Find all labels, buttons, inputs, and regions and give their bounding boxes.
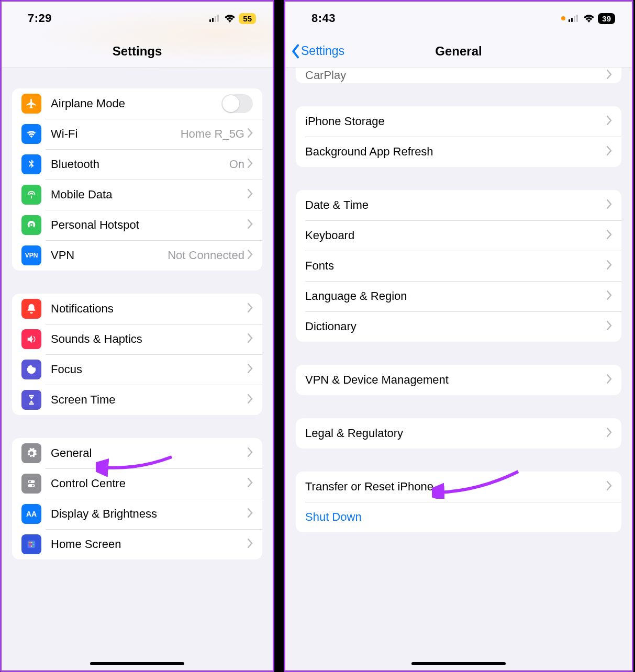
- row-language-region[interactable]: Language & Region: [296, 281, 621, 311]
- status-time: 7:29: [28, 12, 52, 25]
- back-label: Settings: [301, 44, 344, 58]
- row-date-time[interactable]: Date & Time: [296, 190, 621, 220]
- row-control-centre[interactable]: Control Centre: [12, 468, 262, 499]
- status-bar: 8:43 39: [285, 2, 632, 35]
- row-notifications[interactable]: Notifications: [12, 294, 262, 324]
- svg-point-12: [29, 544, 30, 545]
- row-mobile-data[interactable]: Mobile Data: [12, 180, 262, 210]
- row-transfer-reset[interactable]: Transfer or Reset iPhone: [296, 472, 621, 502]
- row-detail: On: [229, 158, 244, 171]
- svg-rect-19: [571, 18, 573, 22]
- gear-icon: [21, 443, 41, 463]
- status-bar: 7:29 55: [2, 2, 273, 35]
- row-personal-hotspot[interactable]: Personal Hotspot: [12, 210, 262, 240]
- svg-point-14: [32, 544, 34, 545]
- row-airplane-mode[interactable]: Airplane Mode: [12, 88, 262, 119]
- hotspot-icon: [21, 215, 41, 235]
- row-sounds[interactable]: Sounds & Haptics: [12, 324, 262, 354]
- home-indicator[interactable]: [411, 662, 506, 665]
- row-label: Notifications: [51, 302, 248, 316]
- group-reset: Transfer or Reset iPhone Shut Down: [296, 472, 621, 532]
- row-bluetooth[interactable]: Bluetooth On: [12, 149, 262, 180]
- svg-point-7: [32, 485, 34, 487]
- settings-content[interactable]: Airplane Mode Wi-Fi Home R_5G Bluetooth …: [2, 68, 273, 559]
- row-iphone-storage[interactable]: iPhone Storage: [296, 106, 621, 137]
- chevron-right-icon: [607, 145, 612, 159]
- nav-header: Settings: [2, 35, 273, 68]
- row-wifi[interactable]: Wi-Fi Home R_5G: [12, 119, 262, 149]
- wifi-row-icon: [21, 124, 41, 144]
- chevron-right-icon: [607, 259, 612, 273]
- svg-point-13: [31, 544, 32, 545]
- row-label: Mobile Data: [51, 188, 248, 201]
- status-time: 8:43: [311, 12, 336, 25]
- row-home-screen[interactable]: Home Screen: [12, 529, 262, 559]
- row-general[interactable]: General: [12, 438, 262, 468]
- cellular-data-icon: [21, 185, 41, 205]
- row-legal-regulatory[interactable]: Legal & Regulatory: [296, 418, 621, 449]
- battery-indicator: 55: [239, 13, 256, 24]
- svg-rect-1: [212, 18, 214, 22]
- nav-header: Settings General: [285, 35, 632, 68]
- svg-rect-20: [574, 16, 575, 22]
- svg-rect-18: [569, 19, 570, 22]
- row-detail: Not Connected: [168, 249, 244, 262]
- chevron-right-icon: [248, 127, 253, 141]
- bluetooth-icon: [21, 154, 41, 174]
- row-label: General: [51, 446, 248, 460]
- row-keyboard[interactable]: Keyboard: [296, 220, 621, 251]
- group-legal: Legal & Regulatory: [296, 418, 621, 449]
- settings-group-general: General Control Centre AA Display & Brig…: [12, 438, 262, 559]
- chevron-right-icon: [607, 289, 612, 303]
- svg-point-15: [29, 545, 30, 547]
- page-title: Settings: [113, 44, 162, 59]
- notifications-icon: [21, 299, 41, 319]
- status-icons: 55: [209, 13, 256, 24]
- chevron-right-icon: [607, 373, 612, 387]
- row-label: Background App Refresh: [305, 145, 607, 159]
- privacy-indicator-icon: [561, 16, 565, 20]
- row-background-app-refresh[interactable]: Background App Refresh: [296, 137, 621, 167]
- chevron-right-icon: [607, 198, 612, 212]
- row-label: Language & Region: [305, 289, 607, 303]
- row-screen-time[interactable]: Screen Time: [12, 385, 262, 415]
- row-vpn[interactable]: VPN VPN Not Connected: [12, 240, 262, 271]
- row-carplay[interactable]: CarPlay: [296, 68, 621, 83]
- row-focus[interactable]: Focus: [12, 354, 262, 385]
- vpn-icon: VPN: [21, 245, 41, 265]
- general-content[interactable]: CarPlay iPhone Storage Background App Re…: [285, 68, 632, 532]
- row-vpn-device-mgmt[interactable]: VPN & Device Management: [296, 365, 621, 395]
- chevron-right-icon: [607, 115, 612, 128]
- row-label: Dictionary: [305, 320, 607, 333]
- row-dictionary[interactable]: Dictionary: [296, 311, 621, 342]
- home-indicator[interactable]: [90, 662, 184, 665]
- svg-rect-0: [209, 19, 211, 22]
- row-detail: Home R_5G: [181, 127, 244, 141]
- cellular-icon: [569, 15, 580, 22]
- row-fonts[interactable]: Fonts: [296, 251, 621, 281]
- row-label: Date & Time: [305, 198, 607, 212]
- group-vpn: VPN & Device Management: [296, 365, 621, 395]
- row-display-brightness[interactable]: AA Display & Brightness: [12, 499, 262, 529]
- svg-point-16: [31, 545, 32, 547]
- chevron-right-icon: [248, 158, 253, 171]
- chevron-right-icon: [248, 302, 253, 316]
- airplane-icon: [21, 94, 41, 114]
- chevron-right-icon: [248, 332, 253, 346]
- screen-time-icon: [21, 390, 41, 410]
- chevron-right-icon: [248, 477, 253, 490]
- chevron-right-icon: [248, 363, 253, 376]
- settings-group-network: Airplane Mode Wi-Fi Home R_5G Bluetooth …: [12, 88, 262, 271]
- wifi-icon: [224, 14, 236, 23]
- back-button[interactable]: Settings: [291, 35, 344, 67]
- group-storage: iPhone Storage Background App Refresh: [296, 106, 621, 167]
- airplane-toggle[interactable]: [221, 94, 253, 113]
- row-label: Display & Brightness: [51, 507, 248, 521]
- chevron-right-icon: [607, 229, 612, 242]
- row-shut-down[interactable]: Shut Down: [296, 502, 621, 532]
- row-label: Airplane Mode: [51, 97, 221, 110]
- group-locale: Date & Time Keyboard Fonts Language & Re…: [296, 190, 621, 342]
- svg-rect-21: [576, 15, 578, 22]
- phone-settings: 7:29 55 Settings Airplane Mode Wi-Fi Hom…: [0, 0, 274, 672]
- row-label: CarPlay: [305, 69, 607, 82]
